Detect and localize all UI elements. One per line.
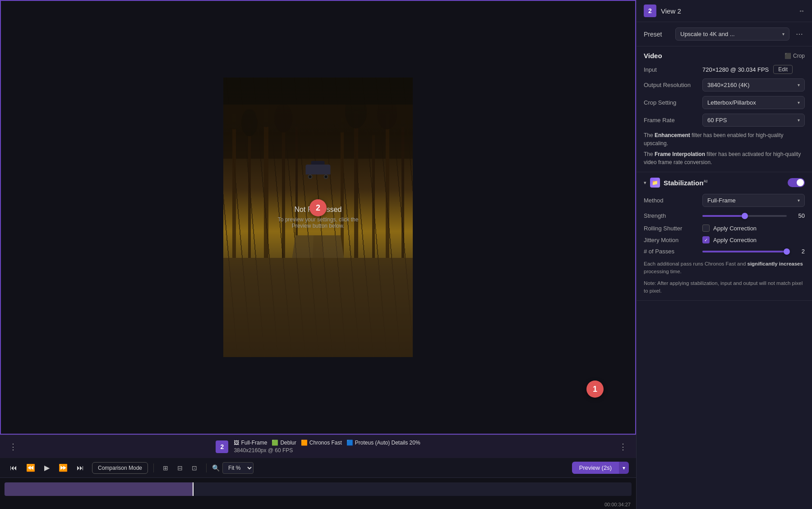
stabilization-header: ▾ 📁 StabilizationAI: [644, 178, 805, 188]
filter-chronos: 🟧 Chronos Fast: [301, 440, 342, 446]
timeline-track[interactable]: [5, 482, 632, 496]
skip-to-end-button[interactable]: ⏭: [74, 462, 87, 474]
output-resolution-chevron-icon: ▾: [798, 83, 800, 87]
strength-slider-fill: [702, 215, 745, 217]
frame-rate-value: 60 FPS: [707, 117, 727, 124]
svg-rect-8: [372, 123, 375, 271]
preset-row: Preset Upscale to 4K and ... ▾ ⋯: [637, 22, 812, 46]
zoom-controls: 🔍 Fit % 25% 50% 100%: [212, 462, 254, 474]
overlay-view-button[interactable]: ⊡: [188, 462, 201, 474]
timeline-playhead[interactable]: [193, 482, 194, 496]
method-value: Full-Frame: [707, 197, 736, 204]
strength-slider-track[interactable]: [702, 215, 787, 217]
jittery-motion-text: Apply Correction: [713, 237, 757, 243]
ai-badge: AI: [703, 179, 707, 183]
step-forward-button[interactable]: ⏩: [56, 462, 70, 474]
preset-more-button[interactable]: ⋯: [794, 28, 805, 40]
svg-point-12: [241, 109, 258, 136]
video-info-bar: ⋮ 2 🖼 Full-Frame 🟩 Deblur 🟧: [0, 435, 636, 458]
preset-label: Preset: [644, 31, 671, 38]
collapse-arrow-icon[interactable]: ▾: [644, 180, 646, 186]
preview-button-group: Preview (2s) ▾: [572, 462, 629, 474]
crop-setting-dropdown[interactable]: Letterbox/Pillarbox ▾: [702, 96, 805, 109]
output-resolution-value: 3840×2160 (4K): [707, 82, 750, 88]
passes-note: Each additional pass runs Chronos Fast a…: [644, 260, 805, 276]
output-resolution-label: Output Resolution: [644, 82, 702, 88]
play-button[interactable]: ▶: [42, 462, 52, 474]
preset-select-value: Upscale to 4K and ...: [680, 31, 735, 37]
method-label: Method: [644, 197, 702, 204]
zoom-select[interactable]: Fit % 25% 50% 100%: [222, 462, 254, 474]
filter-proteus: 🟦 Proteus (Auto) Details 20%: [346, 440, 420, 446]
svg-rect-21: [223, 258, 413, 357]
preview-button[interactable]: Preview (2s): [572, 462, 619, 474]
video-container: Not Processed To preview your settings, …: [0, 0, 636, 435]
not-processed-subtitle: To preview your settings, click the Prev…: [271, 216, 365, 229]
strength-slider-thumb[interactable]: [742, 213, 748, 219]
passes-slider-thumb[interactable]: [784, 248, 790, 255]
side-by-side-view-button[interactable]: ⊞: [159, 462, 172, 474]
track-options-right[interactable]: ⋮: [617, 440, 629, 454]
stabilization-toggle[interactable]: [788, 178, 805, 187]
method-chevron-icon: ▾: [798, 198, 800, 203]
rolling-shutter-checkbox[interactable]: [702, 225, 710, 232]
frame-rate-chevron-icon: ▾: [798, 118, 800, 123]
jittery-motion-checkbox[interactable]: ✓: [702, 236, 710, 243]
input-field-row: Input 720×1280 @ 30.034 FPS Edit: [644, 65, 805, 74]
jeep-vehicle: [306, 161, 331, 179]
filter-deblur-icon: 🟩: [272, 440, 278, 446]
svg-rect-4: [282, 118, 285, 271]
playback-controls: ⏮ ⏪ ▶ ⏩ ⏭: [7, 462, 87, 474]
filter-full-frame-label: Full-Frame: [241, 440, 267, 446]
svg-point-14: [274, 104, 292, 133]
view-badge: 2: [644, 5, 656, 17]
filter-proteus-icon: 🟦: [346, 440, 353, 446]
comparison-mode-button[interactable]: Comparison Mode: [92, 462, 148, 474]
view-title: View 2: [661, 7, 794, 15]
svg-rect-3: [264, 109, 268, 280]
crop-label: Crop: [793, 53, 805, 59]
passes-slider-track[interactable]: [702, 251, 787, 252]
filter-chronos-icon: 🟧: [301, 440, 308, 446]
video-section: Video ⬛ Crop Input 720×1280 @ 30.034 FPS…: [637, 46, 812, 172]
pixel-note: Note: After applying stabilization, inpu…: [644, 280, 805, 295]
svg-rect-1: [232, 114, 236, 271]
rolling-shutter-text: Apply Correction: [713, 225, 757, 232]
separator-2: [206, 463, 207, 472]
track-resolution: 3840x2160px @ 60 FPS: [234, 447, 420, 454]
skip-to-start-button[interactable]: ⏮: [7, 462, 20, 474]
passes-value: 2: [791, 248, 805, 255]
expand-icon[interactable]: ↔: [798, 7, 805, 14]
jittery-checkbox-check: ✓: [704, 238, 708, 243]
stacked-view-button[interactable]: ⊟: [174, 462, 186, 474]
crop-setting-chevron-icon: ▾: [798, 100, 800, 105]
strength-slider-row: 50: [702, 212, 805, 219]
svg-rect-7: [354, 111, 358, 278]
jeep-wheel-left: [308, 174, 313, 179]
preset-select[interactable]: Upscale to 4K and ... ▾: [675, 28, 789, 41]
output-resolution-row: Output Resolution 3840×2160 (4K) ▾: [644, 78, 805, 92]
jeep-wheel-right: [324, 174, 328, 179]
step-back-button[interactable]: ⏪: [23, 462, 38, 474]
passes-slider-fill: [702, 251, 787, 252]
output-resolution-dropdown[interactable]: 3840×2160 (4K) ▾: [702, 78, 805, 92]
zoom-out-button[interactable]: 🔍: [212, 464, 220, 472]
video-section-title: Video: [644, 52, 662, 60]
input-label: Input: [644, 66, 702, 73]
method-dropdown[interactable]: Full-Frame ▾: [702, 194, 805, 207]
timeline-badge-1[interactable]: 1: [586, 381, 604, 398]
edit-button[interactable]: Edit: [773, 65, 793, 74]
crop-button[interactable]: ⬛ Crop: [784, 53, 805, 59]
filter-deblur: 🟩 Deblur: [272, 440, 296, 446]
frame-rate-dropdown[interactable]: 60 FPS ▾: [702, 114, 805, 127]
strength-value: 50: [791, 212, 805, 219]
jittery-motion-row: Jittery Motion ✓ Apply Correction: [644, 236, 805, 243]
rolling-shutter-row: Rolling Shutter Apply Correction: [644, 225, 805, 232]
track-options-left[interactable]: ⋮: [7, 440, 19, 454]
view-mode-buttons: ⊞ ⊟ ⊡: [159, 462, 201, 474]
preview-dropdown-button[interactable]: ▾: [619, 462, 629, 474]
timeline-progress: [5, 482, 193, 496]
video-badge-2[interactable]: 2: [309, 199, 327, 216]
filter-full-frame-icon: 🖼: [234, 440, 239, 446]
input-value: 720×1280 @ 30.034 FPS: [702, 66, 769, 73]
